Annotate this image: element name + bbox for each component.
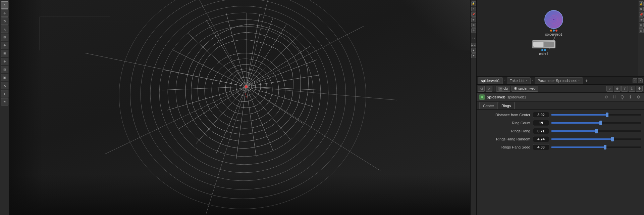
param-value-rings-hang-seed[interactable]: 4.03: [533, 144, 549, 150]
svg-line-23: [162, 87, 246, 90]
op-info-btn[interactable]: ℹ: [627, 94, 633, 100]
op-h-btn[interactable]: H: [611, 94, 617, 100]
rotate-tool-btn[interactable]: ↻: [1, 17, 8, 25]
op-settings-btn[interactable]: ⚙: [603, 94, 609, 100]
svg-line-12: [246, 87, 320, 90]
tab-param-spreadsheet-close[interactable]: ×: [578, 79, 580, 82]
ne-eye-btn[interactable]: 👁: [639, 17, 644, 22]
params-panel: spiderweb1 × Take List × × Parameter Spr…: [477, 77, 644, 215]
tab-spiderweb1[interactable]: spiderweb1: [478, 77, 503, 84]
viewport-close-btn[interactable]: ✕: [471, 7, 476, 11]
tab-take-list[interactable]: Take List ×: [507, 77, 531, 84]
select-tool-btn[interactable]: ↖: [1, 1, 8, 9]
svg-point-41: [176, 26, 313, 157]
param-slider-thumb-rings-hang-random[interactable]: [611, 137, 614, 141]
delete-btn[interactable]: ✕: [1, 82, 8, 89]
param-value-distance[interactable]: 3.92: [533, 112, 549, 118]
sub-tab-rings[interactable]: Rings: [498, 102, 515, 109]
param-value-rings-hang-random[interactable]: 4.74: [533, 136, 549, 142]
chain-tool-btn[interactable]: ⊕: [1, 42, 8, 49]
node-dot-blue1: [553, 30, 555, 32]
svg-line-34: [85, 53, 246, 87]
params-settings-btn[interactable]: ⚙: [636, 86, 643, 92]
viewport-scroll-1: 12: [472, 37, 475, 40]
sub-tabs: Center Rings: [477, 101, 644, 110]
ne-x-btn[interactable]: ✕: [639, 7, 644, 11]
operator-name: spiderweb1: [507, 95, 526, 99]
param-label-rings-hang-seed: Rings Hang Seed: [479, 145, 533, 149]
viewport-eye-btn[interactable]: 👁: [471, 17, 476, 22]
ne-layout-btn[interactable]: ⊟: [639, 28, 644, 33]
params-add-btn[interactable]: ⊕: [614, 86, 621, 92]
param-label-rings-hang-random: Rings Hang Random: [479, 137, 533, 141]
handle-tool-btn[interactable]: ⊡: [1, 34, 8, 41]
op-q-btn[interactable]: Q: [619, 94, 625, 100]
param-slider-ring-count[interactable]: [551, 122, 641, 124]
param-slider-thumb-rings-hang[interactable]: [595, 129, 598, 133]
svg-line-22: [167, 87, 246, 110]
param-slider-rings-hang-random[interactable]: [551, 138, 641, 140]
viewport-layout-btn[interactable]: ⊟: [471, 28, 476, 33]
left-toolbar: ↖ ✛ ↻ ⤡ ⊡ ⊕ ⊞ ⊗ ⊟ ▣ ✕ T ☀: [0, 0, 9, 215]
param-slider-fill-distance: [551, 114, 607, 116]
params-obj-label: obj: [503, 87, 508, 90]
ne-pin-btn[interactable]: 📌: [639, 12, 644, 17]
svg-line-8: [246, 35, 300, 87]
light-btn[interactable]: ☀: [1, 98, 8, 105]
params-info-btn[interactable]: ℹ: [629, 86, 635, 92]
viewport-abc-btn[interactable]: abc: [471, 43, 476, 47]
svg-line-31: [246, 87, 380, 171]
param-slider-rings-hang-seed[interactable]: [551, 146, 641, 148]
node-area[interactable]: spiderweb1 color1: [477, 0, 638, 76]
spider-icon: 🕷: [514, 87, 517, 90]
panel-close-btn[interactable]: ✕: [638, 78, 643, 83]
viewport-star-btn[interactable]: ★: [471, 53, 476, 58]
viewport-lock-btn[interactable]: 🔒: [471, 1, 476, 6]
tab-separator-1: ×: [504, 79, 506, 82]
operator-header: 🕸 Spiderweb spiderweb1 ⚙ H Q ℹ ⚙: [477, 93, 644, 101]
viewport-pin-btn[interactable]: 📌: [471, 12, 476, 17]
node-color1[interactable]: color1: [530, 40, 557, 56]
node-spiderweb-label: spiderweb1: [545, 33, 562, 36]
ne-lock-btn[interactable]: 🔒: [639, 1, 644, 6]
group-btn[interactable]: ▣: [1, 74, 8, 81]
params-help-btn[interactable]: ?: [621, 86, 628, 92]
param-slider-distance[interactable]: [551, 114, 641, 116]
node-spiderweb1[interactable]: spiderweb1: [537, 10, 571, 36]
scale-tool-btn[interactable]: ⤡: [1, 26, 8, 33]
param-slider-rings-hang[interactable]: [551, 130, 641, 132]
params-obj-btn[interactable]: obj obj: [496, 86, 510, 92]
params-back-btn[interactable]: ◁: [478, 86, 485, 92]
param-slider-fill-ring-count: [551, 122, 601, 124]
move-tool-btn[interactable]: ✛: [1, 9, 8, 17]
params-list: Distance from Center 3.92 Ring Count 19 …: [477, 110, 644, 215]
tab-take-list-close[interactable]: ×: [526, 79, 528, 82]
tab-param-spreadsheet[interactable]: Parameter Spreadsheet ×: [535, 77, 583, 84]
param-slider-thumb-ring-count[interactable]: [599, 121, 602, 125]
sub-tab-center[interactable]: Center: [479, 102, 498, 109]
param-value-ring-count[interactable]: 19: [533, 120, 549, 126]
op-gear-btn[interactable]: ⚙: [635, 94, 641, 100]
node-editor-toolbar: 🔒 ✕ 📌 👁 ⊞ ⊟: [638, 0, 644, 76]
pivot-btn[interactable]: ⊗: [1, 58, 8, 65]
tab-add-btn[interactable]: +: [584, 78, 590, 84]
param-slider-thumb-distance[interactable]: [606, 113, 608, 117]
spiderweb-node-icon: [544, 10, 563, 29]
param-slider-thumb-rings-hang-seed[interactable]: [604, 145, 606, 149]
tabs-bar: spiderweb1 × Take List × × Parameter Spr…: [477, 77, 644, 85]
viewport-snap-btn[interactable]: ⊞: [471, 23, 476, 28]
params-path: obj obj 🕷 spider_web: [496, 86, 605, 92]
pose-tool-btn[interactable]: ⊞: [1, 50, 8, 57]
param-value-rings-hang[interactable]: 0.71: [533, 128, 549, 134]
params-expand-btn[interactable]: ⤢: [606, 86, 613, 92]
ne-snap-btn[interactable]: ⊞: [639, 23, 644, 28]
node-dot-red: [555, 30, 557, 32]
params-path-btn[interactable]: 🕷 spider_web: [512, 86, 538, 92]
svg-line-15: [246, 87, 290, 139]
text-btn[interactable]: T: [1, 90, 8, 97]
panel-maximize-btn[interactable]: ⤢: [633, 78, 637, 83]
params-forward-btn[interactable]: ▷: [486, 86, 492, 92]
snap-btn[interactable]: ⊟: [1, 66, 8, 73]
param-label-ring-count: Ring Count: [479, 121, 533, 125]
viewport-viz-btn[interactable]: ◈: [471, 48, 476, 53]
